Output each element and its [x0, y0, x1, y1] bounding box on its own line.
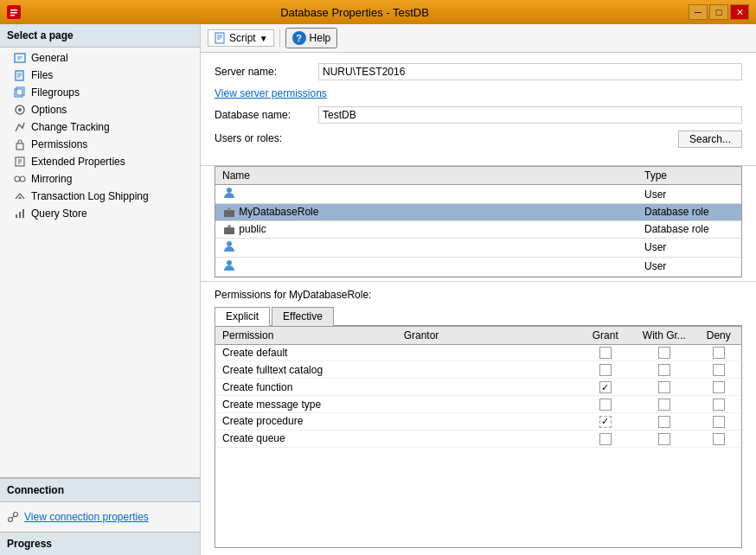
user-row-2[interactable]: MyDatabaseRole Database role [215, 204, 741, 221]
permission-name-4: Create message type [215, 396, 397, 413]
permissions-icon [14, 138, 26, 150]
permission-checkbox[interactable] [658, 433, 670, 445]
with-grant-cell-3 [632, 379, 695, 396]
permission-checkbox[interactable] [713, 381, 725, 393]
permission-grantor-5 [397, 412, 579, 430]
connection-section: Connection View connection properties [0, 477, 200, 532]
permission-name-1: Create default [215, 344, 397, 361]
title-bar: Database Properties - TestDB ─ □ ✕ [0, 0, 756, 24]
permission-column-header: Permission [215, 327, 397, 345]
grant-cell-5: ✓ [578, 412, 632, 430]
permission-checkbox[interactable] [658, 416, 670, 428]
server-name-row: Server name: [215, 63, 742, 80]
minimize-button[interactable]: ─ [689, 4, 708, 20]
permission-checkbox[interactable] [599, 347, 612, 359]
sidebar-item-filegroups[interactable]: Filegroups [0, 84, 200, 101]
sidebar-item-options[interactable]: Options [0, 101, 200, 118]
permission-grantor-2 [397, 361, 579, 379]
grant-cell-2 [578, 361, 632, 379]
permission-row-4[interactable]: Create message type [215, 396, 741, 413]
svg-rect-2 [10, 12, 17, 14]
with-grant-column-header: With Gr... [632, 327, 695, 345]
sidebar-item-query-store[interactable]: Query Store [0, 205, 200, 222]
sidebar-item-permissions[interactable]: Permissions [0, 136, 200, 153]
permission-checkbox[interactable] [713, 364, 725, 376]
svg-point-18 [14, 513, 18, 517]
svg-rect-10 [16, 144, 23, 150]
svg-rect-1 [10, 10, 17, 11]
sidebar-item-files[interactable]: Files [0, 67, 200, 84]
deny-cell-3 [696, 379, 741, 396]
database-name-value[interactable] [318, 106, 742, 124]
select-page-header: Select a page [0, 24, 200, 48]
grantor-column-header: Grantor [397, 327, 579, 345]
permission-checkbox[interactable] [713, 433, 725, 445]
role-type-2: Database role [637, 204, 741, 221]
database-name-label: Database name: [215, 109, 318, 121]
permission-checkbox[interactable] [599, 364, 612, 376]
user-row-4[interactable]: User [215, 238, 741, 257]
permission-checkbox[interactable] [658, 399, 670, 411]
svg-point-12 [15, 176, 20, 182]
permission-checkbox[interactable] [713, 347, 725, 359]
deny-cell-4 [696, 396, 741, 413]
permission-checkbox[interactable] [658, 347, 670, 359]
sidebar-item-general[interactable]: General [0, 49, 200, 67]
server-name-value[interactable] [318, 63, 742, 80]
permission-checkbox[interactable] [713, 416, 725, 428]
permission-checkbox[interactable] [658, 364, 670, 376]
svg-rect-14 [16, 214, 17, 218]
sidebar-item-extended-properties[interactable]: Extended Properties [0, 153, 200, 170]
connection-header: Connection [0, 478, 200, 502]
permission-row-1[interactable]: Create default [215, 344, 741, 361]
view-server-permissions-link[interactable]: View server permissions [215, 87, 327, 99]
svg-rect-7 [16, 87, 24, 95]
tab-explicit[interactable]: Explicit [215, 307, 270, 326]
progress-header: Progress [0, 533, 200, 555]
grant-column-header: Grant [578, 327, 632, 345]
permission-name-5: Create procedure [215, 412, 397, 430]
script-button[interactable]: Script ▼ [208, 29, 274, 47]
help-icon: ? [292, 31, 306, 45]
role-icon-2 [222, 207, 236, 219]
permission-checkbox[interactable] [599, 399, 612, 411]
maximize-button[interactable]: □ [709, 4, 728, 20]
permission-row-5[interactable]: Create procedure✓ [215, 412, 741, 430]
grant-cell-3: ✓ [578, 379, 632, 396]
sidebar-item-transaction-log-shipping[interactable]: Transaction Log Shipping [0, 188, 200, 205]
search-button[interactable]: Search... [678, 131, 742, 148]
role-icon-3 [222, 224, 236, 236]
permission-checkbox[interactable] [599, 433, 612, 445]
permission-checkbox[interactable] [658, 381, 670, 393]
user-row-1[interactable]: User [215, 185, 741, 204]
users-roles-label: Users or roles: [215, 131, 318, 144]
script-icon [214, 32, 226, 44]
view-connection-properties-link[interactable]: View connection properties [7, 509, 193, 525]
with-grant-cell-1 [632, 344, 695, 361]
sidebar-item-change-tracking[interactable]: Change Tracking [0, 118, 200, 136]
with-grant-cell-5 [632, 412, 695, 430]
permission-row-3[interactable]: Create function✓ [215, 379, 741, 396]
app-icon [7, 5, 21, 19]
close-button[interactable]: ✕ [730, 4, 749, 20]
user-row-3[interactable]: public Database role [215, 220, 741, 238]
tab-effective[interactable]: Effective [272, 307, 334, 326]
permission-row-6[interactable]: Create queue [215, 430, 741, 447]
permission-checkbox[interactable] [713, 399, 725, 411]
permission-name-3: Create function [215, 379, 397, 396]
help-button[interactable]: ? Help [285, 28, 338, 48]
svg-point-13 [20, 176, 25, 182]
window-title: Database Properties - TestDB [21, 6, 689, 19]
deny-column-header: Deny [696, 327, 741, 345]
permission-checkbox[interactable]: ✓ [599, 416, 612, 428]
user-row-5[interactable]: User [215, 257, 741, 276]
sidebar-item-mirroring[interactable]: Mirroring [0, 170, 200, 188]
deny-cell-2 [696, 361, 741, 379]
progress-section: Progress [0, 532, 200, 555]
with-grant-cell-2 [632, 361, 695, 379]
svg-rect-3 [10, 15, 15, 16]
permission-row-2[interactable]: Create fulltext catalog [215, 361, 741, 379]
permission-checkbox[interactable]: ✓ [599, 381, 612, 393]
permission-grantor-1 [397, 344, 579, 361]
svg-point-26 [227, 260, 232, 265]
